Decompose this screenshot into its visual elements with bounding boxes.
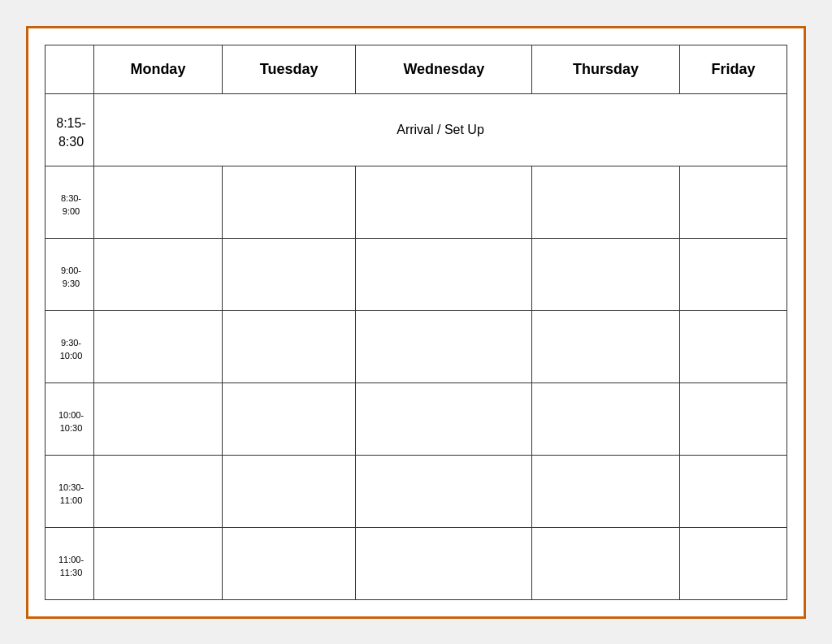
cell-tue-2 [222,238,356,310]
cell-mon-1 [94,166,223,238]
arrival-label: Arrival / Set Up [94,93,787,166]
cell-mon-2 [94,238,223,310]
cell-wed-6 [356,527,532,599]
table-row: 11:00- 11:30 [46,527,787,599]
cell-wed-3 [356,310,532,383]
header-row: Monday Tuesday Wednesday Thursday Friday [46,45,787,93]
cell-fri-2 [680,238,787,310]
table-row: 9:30- 10:00 [46,310,787,383]
cell-fri-4 [680,383,787,455]
time-slot-1: 8:30- 9:00 [46,166,94,238]
time-slot-2: 9:00- 9:30 [46,238,94,310]
cell-thu-4 [532,383,680,455]
time-slot-3: 9:30- 10:00 [46,310,94,383]
cell-wed-1 [356,166,532,238]
cell-fri-1 [680,166,787,238]
cell-fri-6 [680,527,787,599]
friday-header: Friday [680,45,787,93]
arrival-row: 8:15- 8:30 Arrival / Set Up [46,93,787,166]
cell-wed-4 [356,383,532,455]
tuesday-header: Tuesday [222,45,356,93]
table-row: 9:00- 9:30 [46,238,787,310]
time-slot-6: 11:00- 11:30 [46,527,94,599]
wednesday-header: Wednesday [356,45,532,93]
cell-thu-3 [532,310,680,383]
time-slot-5: 10:30- 11:00 [46,455,94,527]
page-container: Monday Tuesday Wednesday Thursday Friday… [26,26,806,619]
cell-tue-5 [222,455,356,527]
cell-mon-5 [94,455,223,527]
table-row: 10:00- 10:30 [46,383,787,455]
cell-wed-2 [356,238,532,310]
cell-tue-3 [222,310,356,383]
table-row: 8:30- 9:00 [46,166,787,238]
cell-thu-5 [532,455,680,527]
cell-thu-1 [532,166,680,238]
thursday-header: Thursday [532,45,680,93]
cell-mon-3 [94,310,223,383]
cell-mon-4 [94,383,223,455]
time-header [46,45,94,93]
cell-thu-2 [532,238,680,310]
cell-tue-4 [222,383,356,455]
arrival-time: 8:15- 8:30 [46,93,94,166]
time-slot-4: 10:00- 10:30 [46,383,94,455]
cell-fri-5 [680,455,787,527]
cell-tue-1 [222,166,356,238]
cell-fri-3 [680,310,787,383]
cell-tue-6 [222,527,356,599]
schedule-table: Monday Tuesday Wednesday Thursday Friday… [45,45,787,600]
cell-wed-5 [356,455,532,527]
cell-mon-6 [94,527,223,599]
table-row: 10:30- 11:00 [46,455,787,527]
monday-header: Monday [94,45,223,93]
cell-thu-6 [532,527,680,599]
